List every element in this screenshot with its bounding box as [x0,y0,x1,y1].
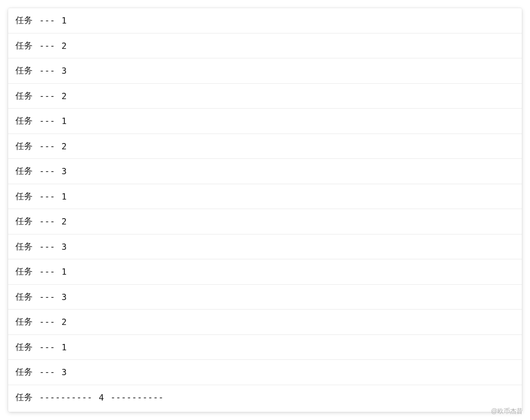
log-row: 任务---3 [8,285,522,310]
log-row: 任务---2 [8,209,522,234]
log-separator: --- [39,141,55,151]
log-row: 任务---1 [8,335,522,360]
log-prefix: 任务 [15,391,33,403]
log-prefix: 任务 [15,316,33,328]
log-prefix: 任务 [15,90,33,102]
log-row: 任务---2 [8,310,522,335]
log-number: 4 [99,392,104,402]
log-row: 任务---1 [8,259,522,285]
log-prefix: 任务 [15,241,33,253]
log-separator: --- [39,342,55,352]
log-number: 1 [62,267,67,277]
log-row: 任务---1 [8,184,522,210]
log-prefix: 任务 [15,40,33,52]
watermark-text: @欧币杰昔 [491,407,523,415]
console-log-panel: 任务---1任务---2任务---3任务---2任务---1任务---2任务--… [8,8,522,412]
log-number: 2 [62,317,67,327]
log-prefix: 任务 [15,366,33,378]
log-prefix: 任务 [15,115,33,127]
log-row: 任务---2 [8,33,522,59]
log-prefix: 任务 [15,191,33,202]
log-separator: --- [39,267,55,277]
log-prefix: 任务 [15,215,33,227]
log-number: 2 [62,216,67,226]
log-separator: --- [39,66,55,76]
log-number: 3 [62,66,67,76]
log-prefix: 任务 [15,65,33,76]
log-prefix: 任务 [15,165,33,177]
log-row: 任务---3 [8,58,522,84]
log-separator: --- [39,166,55,176]
log-row: 任务---3 [8,360,522,385]
log-separator: --- [39,367,55,377]
log-prefix: 任务 [15,266,33,277]
log-prefix: 任务 [15,291,33,303]
log-number: 3 [62,166,67,176]
log-separator-right: ---------- [111,392,164,402]
log-row: 任务---1 [8,109,522,134]
log-separator-left: ---------- [39,392,92,402]
log-number: 1 [62,15,67,25]
log-number: 3 [62,242,67,252]
log-number: 1 [62,191,67,201]
log-number: 2 [62,141,67,151]
log-number: 3 [62,292,67,302]
log-prefix: 任务 [15,140,33,152]
log-row: 任务---1 [8,8,522,33]
log-row: 任务---3 [8,159,522,184]
log-number: 3 [62,367,67,377]
log-separator: --- [39,216,55,226]
log-separator: --- [39,41,55,51]
log-prefix: 任务 [15,14,33,26]
log-row: 任务---3 [8,234,522,260]
log-prefix: 任务 [15,341,33,353]
log-separator: --- [39,15,55,25]
log-separator: --- [39,242,55,252]
log-row: 任务---2 [8,84,522,109]
log-separator: --- [39,191,55,201]
log-separator: --- [39,292,55,302]
log-separator: --- [39,317,55,327]
log-number: 2 [62,91,67,101]
log-number: 1 [62,116,67,126]
log-separator: --- [39,116,55,126]
log-number: 2 [62,41,67,51]
log-number: 1 [62,342,67,352]
log-separator: --- [39,91,55,101]
log-row: 任务----------4---------- [8,385,522,410]
log-row: 任务---2 [8,134,522,159]
